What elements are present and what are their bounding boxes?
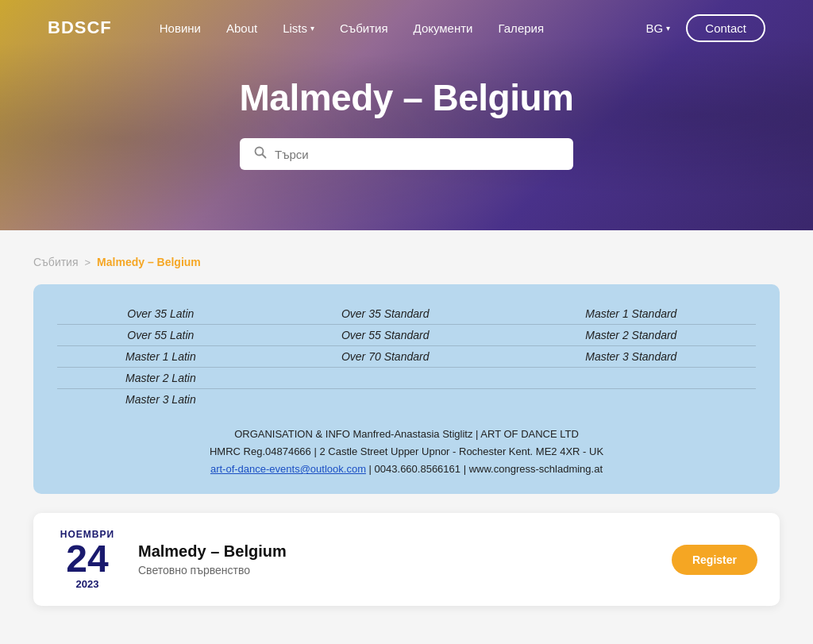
event-type: Световно първенство (138, 564, 653, 577)
table-cell: Over 55 Latin (57, 325, 264, 346)
lang-dropdown-arrow: ▾ (666, 24, 670, 33)
table-cell: Over 55 Standard (264, 325, 507, 346)
event-image-card: Over 35 LatinOver 35 StandardMaster 1 St… (33, 284, 780, 494)
search-bar[interactable] (240, 138, 573, 170)
breadcrumb-parent[interactable]: Събития (33, 256, 79, 268)
table-cell: Master 3 Standard (507, 346, 756, 368)
org-line2: HMRC Reg.04874666 | 2 Castle Street Uppe… (57, 443, 756, 461)
table-cell (264, 368, 507, 389)
table-cell (507, 368, 756, 389)
hero-title: Malmedy – Belgium (240, 76, 574, 119)
table-cell: Master 2 Standard (507, 325, 756, 346)
language-selector[interactable]: BG ▾ (646, 21, 671, 35)
site-logo[interactable]: BDSCF (48, 17, 112, 38)
dances-table: Over 35 LatinOver 35 StandardMaster 1 St… (57, 303, 756, 410)
org-phone: 0043.660.8566161 (375, 463, 460, 475)
org-email[interactable]: art-of-dance-events@outlook.com (210, 463, 366, 475)
table-cell (507, 389, 756, 411)
search-input[interactable] (275, 148, 559, 161)
event-date-card: НОЕМВРИ 24 2023 Malmedy – Belgium Светов… (33, 513, 780, 606)
svg-line-1 (262, 155, 265, 158)
nav-right: BG ▾ Contact (646, 14, 765, 42)
nav-item-galeriya[interactable]: Галерия (499, 21, 545, 35)
nav-item-dokumenti[interactable]: Документи (414, 21, 473, 35)
table-cell: Over 35 Latin (57, 303, 264, 325)
event-info: Malmedy – Belgium Световно първенство (138, 542, 653, 577)
org-contact: art-of-dance-events@outlook.com | 0043.6… (57, 461, 756, 478)
date-day: 24 (66, 540, 108, 578)
register-button[interactable]: Register (672, 545, 757, 575)
table-cell: Over 35 Standard (264, 303, 507, 325)
nav-menu: Новини About Lists ▾ Събития Документи Г… (160, 21, 646, 35)
main-content: Събития > Malmedy – Belgium Over 35 Lati… (17, 230, 796, 644)
nav-item-about[interactable]: About (226, 21, 257, 35)
breadcrumb-separator: > (85, 256, 91, 268)
navbar: BDSCF Новини About Lists ▾ Събития Докум… (0, 0, 813, 56)
nav-item-novini[interactable]: Новини (160, 21, 201, 35)
breadcrumb: Събития > Malmedy – Belgium (33, 256, 780, 268)
hero-content: Malmedy – Belgium (240, 76, 574, 170)
search-icon (254, 146, 267, 162)
org-info: ORGANISATION & INFO Manfred-Anastasia St… (57, 426, 756, 478)
lists-dropdown-arrow: ▾ (310, 24, 314, 33)
nav-item-lists[interactable]: Lists ▾ (283, 21, 314, 35)
org-line1: ORGANISATION & INFO Manfred-Anastasia St… (57, 426, 756, 443)
table-cell: Master 2 Latin (57, 368, 264, 389)
table-row: Over 55 LatinOver 55 StandardMaster 2 St… (57, 325, 756, 346)
table-cell: Master 1 Standard (507, 303, 756, 325)
table-cell: Master 1 Latin (57, 346, 264, 368)
date-block: НОЕМВРИ 24 2023 (56, 529, 119, 590)
org-website: www.congress-schladming.at (469, 463, 603, 475)
nav-item-sabitiya[interactable]: Събития (340, 21, 388, 35)
date-year: 2023 (76, 578, 99, 590)
breadcrumb-current: Malmedy – Belgium (97, 256, 201, 268)
table-row: Master 2 Latin (57, 368, 756, 389)
table-row: Master 1 LatinOver 70 StandardMaster 3 S… (57, 346, 756, 368)
event-name: Malmedy – Belgium (138, 542, 653, 561)
table-cell: Master 3 Latin (57, 389, 264, 411)
table-cell: Over 70 Standard (264, 346, 507, 368)
table-row: Over 35 LatinOver 35 StandardMaster 1 St… (57, 303, 756, 325)
table-cell (264, 389, 507, 411)
table-row: Master 3 Latin (57, 389, 756, 411)
contact-button[interactable]: Contact (686, 14, 765, 42)
